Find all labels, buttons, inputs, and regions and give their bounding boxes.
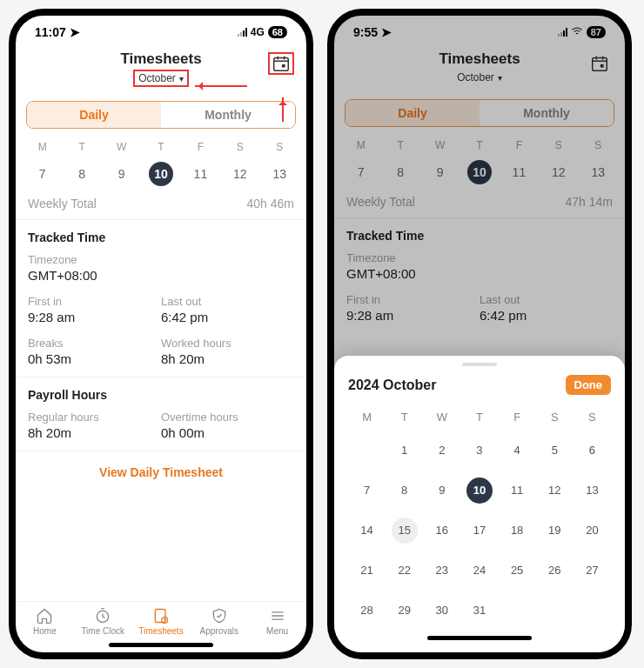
tab-timesheets[interactable]: Timesheets [132, 607, 191, 636]
signal-icon [558, 28, 567, 37]
tab-daily[interactable]: Daily [345, 100, 480, 126]
calendar-day[interactable]: 27 [579, 558, 605, 584]
calendar-day[interactable]: 16 [429, 518, 455, 544]
day-column[interactable]: W9 [420, 139, 460, 184]
calendar-day[interactable]: 10 [466, 478, 493, 504]
day-label: W [102, 141, 141, 153]
calendar-day[interactable]: 17 [466, 518, 493, 544]
tab-daily[interactable]: Daily [27, 102, 161, 128]
tab-timeclock[interactable]: Time Clock [74, 607, 132, 636]
day-label: M [341, 139, 380, 151]
calendar-day[interactable]: 3 [466, 438, 493, 464]
calendar-day[interactable]: 8 [392, 478, 418, 504]
calendar-day[interactable]: 14 [354, 518, 380, 544]
calendar-day[interactable]: 5 [541, 438, 567, 464]
calendar-day[interactable]: 21 [354, 558, 380, 584]
day-column[interactable]: W9 [102, 141, 141, 186]
calendar-day[interactable]: 9 [429, 478, 455, 504]
wifi-icon [571, 26, 583, 38]
picker-title: 2024 October [348, 377, 436, 393]
calendar-day[interactable]: 25 [504, 558, 530, 584]
day-column[interactable]: F11 [181, 141, 220, 186]
overtime-value: 0h 00m [161, 425, 294, 440]
day-number: 11 [188, 162, 212, 186]
day-column[interactable]: T8 [380, 139, 419, 184]
status-bar: 9:55 ➤ 87 [334, 16, 625, 49]
sheet-handle[interactable] [462, 363, 497, 366]
annotation-arrow-left [195, 85, 247, 87]
svg-rect-6 [600, 64, 604, 68]
calendar-header: M [348, 411, 386, 424]
day-column[interactable]: T10 [460, 139, 499, 184]
status-time: 11:07 [35, 25, 66, 39]
calendar-header: S [574, 411, 611, 424]
weekly-total-row: Weekly Total 47h 14m [334, 188, 625, 217]
day-number: 7 [30, 162, 55, 186]
calendar-day[interactable]: 12 [541, 478, 567, 504]
calendar-button[interactable] [587, 52, 613, 75]
view-daily-link[interactable]: View Daily Timesheet [16, 451, 306, 486]
day-column[interactable]: S13 [260, 141, 299, 186]
tracked-time-section: Tracked Time Timezone GMT+08:00 First in… [334, 217, 625, 333]
calendar-day[interactable]: 7 [354, 478, 380, 504]
day-column[interactable]: M7 [341, 139, 380, 184]
tab-home[interactable]: Home [16, 607, 74, 636]
tab-monthly[interactable]: Monthly [480, 100, 614, 126]
day-column[interactable]: S12 [539, 139, 578, 184]
done-button[interactable]: Done [566, 375, 612, 395]
calendar-day[interactable]: 30 [429, 598, 455, 624]
calendar-day[interactable]: 26 [541, 558, 567, 584]
day-column[interactable]: T8 [62, 141, 101, 186]
calendar-day[interactable]: 11 [504, 478, 530, 504]
calendar-day[interactable]: 4 [504, 438, 530, 464]
breaks-label: Breaks [28, 337, 161, 350]
day-column[interactable]: S13 [579, 139, 618, 184]
day-label: M [23, 141, 62, 153]
tab-approvals[interactable]: Approvals [190, 607, 248, 636]
calendar-day[interactable]: 18 [504, 518, 530, 544]
day-column[interactable]: F11 [500, 139, 539, 184]
calendar-day[interactable]: 19 [541, 518, 567, 544]
calendar-day[interactable]: 24 [466, 558, 493, 584]
calendar-day[interactable]: 15 [392, 518, 418, 544]
tab-bar: Home Time Clock Timesheets Approvals Men… [16, 601, 306, 639]
calendar-day[interactable]: 28 [354, 598, 380, 624]
calendar-day[interactable]: 2 [429, 438, 455, 464]
home-indicator [427, 636, 532, 640]
calendar-header: T [460, 411, 498, 424]
calendar-day[interactable]: 29 [392, 598, 418, 624]
svg-rect-3 [155, 610, 165, 623]
day-label: T [141, 141, 180, 153]
calendar-day[interactable]: 13 [579, 478, 605, 504]
month-selector[interactable]: October ▾ [453, 70, 506, 85]
day-column[interactable]: M7 [23, 141, 62, 186]
last-out-value: 6:42 pm [480, 308, 613, 323]
month-selector[interactable]: October ▾ [133, 70, 189, 87]
calendar-day[interactable]: 23 [429, 558, 455, 584]
page-header: Timesheets October ▾ [334, 49, 625, 90]
day-label: T [460, 139, 499, 151]
overtime-label: Overtime hours [161, 411, 294, 424]
day-column[interactable]: S12 [220, 141, 259, 186]
shield-check-icon [211, 607, 228, 625]
calendar-button[interactable] [268, 52, 294, 75]
tab-monthly[interactable]: Monthly [161, 102, 295, 128]
calendar-day[interactable]: 6 [579, 438, 605, 464]
month-label: October [457, 71, 494, 84]
svg-rect-5 [593, 58, 607, 71]
chevron-down-icon: ▾ [179, 74, 184, 84]
status-time: 9:55 [353, 25, 378, 39]
day-column[interactable]: T10 [141, 141, 180, 186]
phone-right: 9:55 ➤ 87 Timesheets October ▾ [327, 9, 632, 659]
calendar-day[interactable]: 20 [579, 518, 605, 544]
calendar-day[interactable]: 1 [392, 438, 418, 464]
calendar-day[interactable]: 31 [466, 598, 493, 624]
annotation-arrow-up [282, 97, 284, 122]
day-label: T [62, 141, 101, 153]
weekly-total-label: Weekly Total [346, 195, 415, 209]
day-label: S [539, 139, 578, 151]
segmented-control: Daily Monthly [26, 101, 296, 129]
tab-menu[interactable]: Menu [248, 607, 306, 636]
calendar-day[interactable]: 22 [392, 558, 418, 584]
calendar-header: F [499, 411, 536, 424]
